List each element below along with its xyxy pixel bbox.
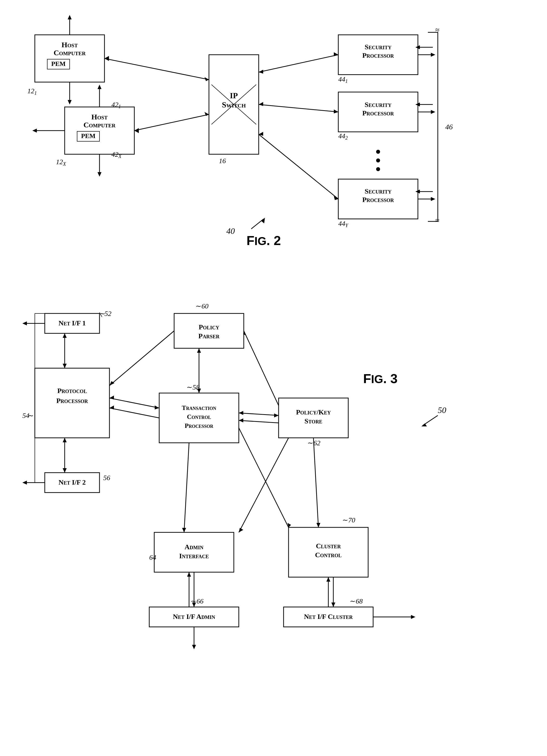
svg-text:Net I/F Cluster: Net I/F Cluster — [304, 613, 353, 620]
svg-marker-47 — [32, 129, 37, 133]
svg-text:Store: Store — [304, 417, 322, 425]
svg-text:Processor: Processor — [185, 422, 214, 429]
svg-text:∼: ∼ — [350, 597, 355, 605]
svg-text:Host: Host — [61, 41, 78, 49]
svg-marker-53 — [134, 128, 139, 133]
svg-marker-160 — [316, 523, 320, 527]
svg-marker-166 — [187, 572, 191, 577]
svg-marker-55 — [334, 52, 338, 56]
svg-text:50: 50 — [438, 405, 446, 415]
svg-marker-43 — [98, 85, 101, 89]
svg-marker-140 — [109, 396, 114, 400]
svg-marker-41 — [68, 100, 72, 104]
svg-marker-135 — [63, 438, 67, 442]
svg-marker-172 — [326, 577, 330, 582]
svg-text:16: 16 — [219, 157, 226, 165]
svg-text:Parser: Parser — [199, 332, 220, 340]
svg-text:Interface: Interface — [179, 552, 209, 560]
svg-line-148 — [239, 413, 279, 415]
svg-text:∼: ∼ — [28, 412, 34, 419]
svg-text:∼: ∼ — [307, 439, 313, 447]
svg-marker-39 — [68, 15, 72, 19]
svg-marker-137 — [22, 481, 27, 485]
svg-text:56: 56 — [103, 474, 110, 482]
svg-line-153 — [244, 331, 279, 405]
svg-text:40: 40 — [226, 226, 235, 236]
svg-point-30 — [376, 167, 380, 171]
svg-marker-174 — [411, 615, 415, 619]
svg-marker-76 — [261, 218, 265, 223]
svg-marker-132 — [63, 333, 67, 338]
svg-marker-72 — [431, 197, 435, 201]
svg-marker-131 — [63, 364, 67, 368]
svg-marker-145 — [197, 348, 201, 353]
svg-line-51 — [134, 114, 209, 131]
svg-marker-127 — [421, 423, 427, 426]
svg-text:Net I/F 1: Net I/F 1 — [58, 319, 86, 327]
svg-text:Policy: Policy — [199, 323, 219, 331]
svg-line-48 — [104, 58, 209, 80]
svg-text:FIG. 2: FIG. 2 — [247, 233, 281, 248]
svg-text:52: 52 — [104, 310, 111, 317]
svg-text:Processor: Processor — [362, 51, 394, 59]
svg-text:Policy/Key: Policy/Key — [296, 408, 331, 416]
svg-text:441: 441 — [338, 75, 348, 84]
svg-text:46: 46 — [445, 123, 453, 131]
svg-text:Admin: Admin — [185, 543, 203, 551]
svg-text:Protocol: Protocol — [57, 387, 87, 395]
svg-text:Transaction: Transaction — [182, 404, 216, 411]
svg-text:60: 60 — [201, 302, 208, 310]
svg-marker-149 — [274, 413, 279, 417]
svg-marker-59 — [259, 102, 263, 106]
svg-text:68: 68 — [356, 597, 363, 605]
svg-text:≈: ≈ — [435, 216, 439, 224]
svg-text:121: 121 — [27, 87, 37, 96]
svg-line-57 — [259, 104, 338, 112]
svg-text:∼: ∼ — [187, 383, 192, 391]
svg-marker-150 — [239, 411, 243, 415]
svg-marker-168 — [192, 645, 196, 649]
svg-text:Computer: Computer — [84, 121, 116, 129]
svg-text:64: 64 — [149, 554, 156, 561]
svg-text:Processor: Processor — [362, 196, 394, 203]
svg-point-28 — [376, 150, 380, 154]
svg-text:12X: 12X — [56, 158, 66, 167]
page: Host Computer PEM 121 Host Computer PEM … — [0, 0, 547, 756]
svg-marker-134 — [63, 468, 67, 473]
svg-line-138 — [109, 398, 159, 408]
svg-marker-152 — [239, 418, 243, 422]
svg-text:Security: Security — [365, 187, 392, 195]
svg-text:70: 70 — [348, 516, 355, 524]
svg-marker-58 — [334, 109, 338, 113]
svg-text:Security: Security — [365, 43, 392, 51]
svg-rect-91 — [174, 313, 244, 348]
svg-text:∼: ∼ — [196, 302, 201, 310]
svg-text:44Y: 44Y — [338, 220, 348, 228]
svg-text:62: 62 — [313, 439, 320, 447]
svg-marker-129 — [22, 321, 27, 325]
svg-marker-142 — [109, 405, 114, 409]
svg-line-155 — [184, 443, 189, 532]
svg-text:Net I/F 2: Net I/F 2 — [58, 478, 86, 486]
svg-marker-170 — [331, 603, 335, 607]
svg-text:∼: ∼ — [342, 516, 348, 524]
svg-marker-64 — [431, 53, 435, 57]
svg-text:PEM: PEM — [51, 60, 66, 67]
fig2-diagram: Host Computer PEM 121 Host Computer PEM … — [15, 10, 532, 249]
svg-text:66: 66 — [197, 597, 203, 605]
svg-text:Net I/F Admin: Net I/F Admin — [173, 613, 215, 620]
svg-text:Control: Control — [187, 413, 211, 420]
svg-point-29 — [376, 158, 380, 162]
fig3-diagram: Net I/F 1 52 ∼ Protocol Processor 54 ∼ N… — [15, 264, 532, 754]
svg-text:Processor: Processor — [56, 397, 88, 404]
svg-line-54 — [259, 55, 338, 72]
svg-line-60 — [259, 134, 338, 199]
svg-line-141 — [109, 408, 159, 418]
svg-text:Host: Host — [91, 113, 107, 121]
svg-line-159 — [313, 438, 318, 527]
svg-line-151 — [239, 420, 279, 423]
svg-text:421: 421 — [111, 101, 121, 109]
svg-marker-156 — [182, 528, 186, 532]
svg-marker-45 — [98, 172, 101, 177]
svg-text:Security: Security — [365, 101, 392, 108]
